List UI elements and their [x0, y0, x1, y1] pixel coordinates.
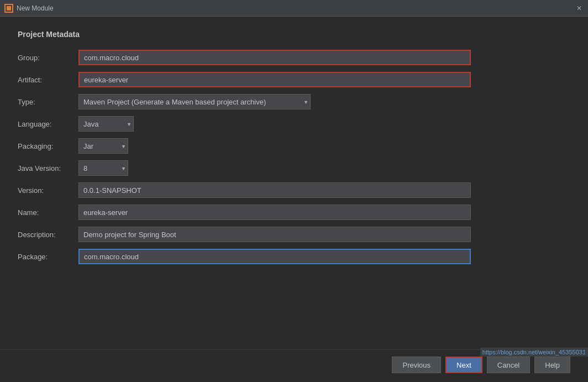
artifact-label: Artifact:	[18, 76, 78, 84]
packaging-row: Packaging: Jar War ▾	[18, 138, 570, 154]
language-row: Language: Java Kotlin Groovy ▾	[18, 116, 570, 132]
group-label: Group:	[18, 54, 78, 62]
previous-button[interactable]: Previous	[392, 357, 441, 373]
package-row: Package:	[18, 249, 570, 264]
dialog-content: Project Metadata Group: Artifact: Type: …	[0, 17, 588, 349]
group-input[interactable]	[78, 50, 471, 65]
name-label: Name:	[18, 208, 78, 217]
description-label: Description:	[18, 231, 78, 239]
section-title: Project Metadata	[18, 30, 570, 39]
version-input[interactable]	[78, 182, 471, 198]
description-input[interactable]	[78, 227, 471, 242]
svg-rect-1	[7, 6, 11, 11]
dialog-title: New Module	[17, 4, 54, 12]
title-bar-left: New Module	[4, 4, 54, 13]
artifact-input[interactable]	[78, 72, 471, 87]
package-label: Package:	[18, 253, 78, 261]
artifact-row: Artifact:	[18, 72, 570, 87]
module-icon	[4, 4, 13, 13]
java-version-row: Java Version: 8 11 17 ▾	[18, 160, 570, 176]
version-label: Version:	[18, 186, 78, 195]
name-input[interactable]	[78, 205, 471, 220]
language-label: Language:	[18, 120, 78, 128]
description-row: Description:	[18, 227, 570, 242]
cancel-button[interactable]: Cancel	[487, 357, 530, 373]
packaging-select[interactable]: Jar War	[78, 138, 128, 154]
package-input[interactable]	[78, 249, 471, 264]
language-select-wrapper: Java Kotlin Groovy ▾	[78, 116, 134, 132]
packaging-label: Packaging:	[18, 142, 78, 150]
version-row: Version:	[18, 182, 570, 198]
watermark: https://blog.csdn.net/weixin_45355031	[480, 348, 588, 357]
name-row: Name:	[18, 205, 570, 220]
next-button[interactable]: Next	[445, 357, 482, 373]
java-version-label: Java Version:	[18, 164, 78, 172]
type-label: Type:	[18, 98, 78, 106]
packaging-select-wrapper: Jar War ▾	[78, 138, 128, 154]
type-select-wrapper: Maven Project (Generate a Maven based pr…	[78, 94, 311, 109]
language-select[interactable]: Java Kotlin Groovy	[78, 116, 134, 132]
title-bar: New Module ✕	[0, 0, 588, 17]
type-select[interactable]: Maven Project (Generate a Maven based pr…	[78, 94, 311, 109]
java-version-select-wrapper: 8 11 17 ▾	[78, 160, 128, 176]
form-area: Group: Artifact: Type: Maven Project (Ge…	[18, 50, 570, 341]
help-button[interactable]: Help	[534, 357, 570, 373]
java-version-select[interactable]: 8 11 17	[78, 160, 128, 176]
type-row: Type: Maven Project (Generate a Maven ba…	[18, 94, 570, 109]
close-button[interactable]: ✕	[575, 4, 584, 13]
group-row: Group:	[18, 50, 570, 65]
